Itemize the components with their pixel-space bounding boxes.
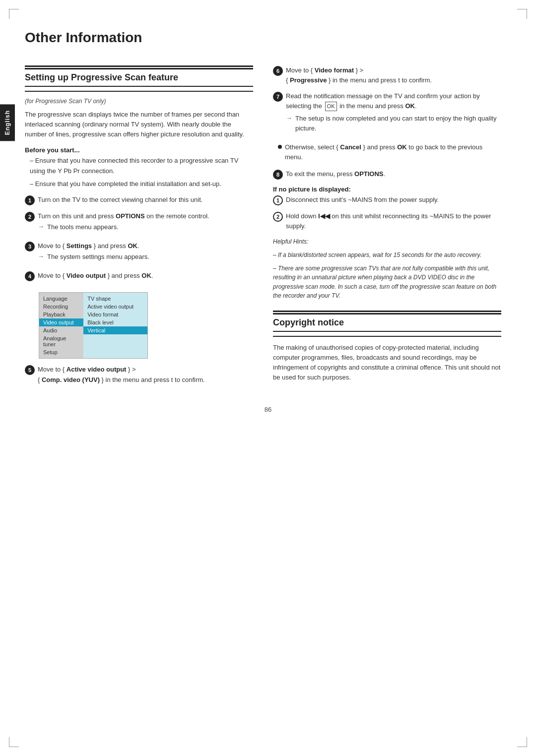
step-num-2: 2 <box>25 212 35 222</box>
step-7: 7 Read the notification message on the T… <box>273 91 501 136</box>
step-7-sub: → The setup is now completed and you can… <box>286 114 501 133</box>
copyright-text: The making of unauthorised copies of cop… <box>273 343 501 383</box>
menu-right-activevideooutput: Active video output <box>83 303 147 311</box>
step-num-6: 6 <box>273 66 283 76</box>
menu-item-setup: Setup <box>39 348 83 356</box>
hint-line-2: – There are some progressive scan TVs th… <box>273 264 501 301</box>
menu-item-playback: Playback <box>39 311 83 318</box>
page-title: Other Information <box>25 30 511 51</box>
no-pic-step-text-2: Hold down I◀◀ on this unit whilst reconn… <box>286 211 501 231</box>
step-2-sub-text: The tools menu appears. <box>47 222 119 232</box>
step-text-7: Read the notification message on the TV … <box>286 92 480 110</box>
copyright-section: Copyright notice The making of unauthori… <box>273 311 501 383</box>
no-pic-step-2: 2 Hold down I◀◀ on this unit whilst reco… <box>273 211 501 231</box>
corner-mark-tr <box>517 9 527 19</box>
arrow-icon-2: → <box>38 223 44 230</box>
if-no-picture-heading: If no picture is displayed: <box>273 186 501 193</box>
step-5: 5 Move to { Active video output } >{ Com… <box>25 365 253 384</box>
section-title-progressive: Setting up Progressive Scan feature <box>25 68 253 87</box>
before-dash1: – Ensure that you have connected this re… <box>25 156 253 176</box>
helpful-hints-section: Helpful Hints: – If a blank/distorted sc… <box>273 237 501 301</box>
if-no-picture-section: If no picture is displayed: 1 Disconnect… <box>273 186 501 231</box>
step-num-1: 1 <box>25 195 35 205</box>
before-dash2: – Ensure that you have completed the ini… <box>25 179 253 189</box>
main-content: Other Information Setting up Progressive… <box>25 20 511 413</box>
step-num-4: 4 <box>25 271 35 281</box>
menu-right-vertical: Vertical <box>83 326 147 334</box>
step-num-8: 8 <box>273 170 283 180</box>
step-text-6: Move to { Video format } >{ Progressive … <box>286 65 432 85</box>
copyright-bot-rule <box>273 336 501 337</box>
menu-item-audio: Audio <box>39 326 83 334</box>
menu-inner: Language Recording Playback Video output… <box>39 293 147 358</box>
right-column: 6 Move to { Video format } >{ Progressiv… <box>273 65 501 391</box>
step-7-sub-text: The setup is now completed and you can s… <box>295 114 501 133</box>
corner-mark-tl <box>9 9 19 19</box>
menu-screenshot: Language Recording Playback Video output… <box>39 292 148 359</box>
menu-item-recording: Recording <box>39 303 83 311</box>
step-6: 6 Move to { Video format } >{ Progressiv… <box>273 65 501 85</box>
section-sub: (for Progressive Scan TV only) <box>25 98 253 105</box>
ok-box: OK <box>325 102 337 111</box>
step-num-5: 5 <box>25 365 35 375</box>
menu-right-col: TV shape Active video output Video forma… <box>83 293 147 358</box>
corner-mark-br <box>517 737 527 747</box>
step-4: 4 Move to { Video output } and press OK. <box>25 271 253 281</box>
step-text-1: Turn on the TV to the correct viewing ch… <box>38 195 202 205</box>
step-text-8: To exit the menu, press OPTIONS. <box>286 169 385 179</box>
menu-item-analoguetuner: Analogue tuner <box>39 334 83 348</box>
bullet-dot <box>278 145 282 149</box>
step-text-2: Turn on this unit and press OPTIONS on t… <box>38 212 209 220</box>
step-3: 3 Move to { Settings } and press OK. → T… <box>25 241 253 265</box>
step-text-3: Move to { Settings } and press OK. <box>38 242 139 250</box>
step-text-5: Move to { Active video output } >{ Comp.… <box>38 365 205 384</box>
section-bot-rule <box>25 91 253 92</box>
hint-line-1: – If a blank/distorted screen appears, w… <box>273 251 501 260</box>
no-pic-step-text-1: Disconnect this unit's ~MAINS from the p… <box>286 195 439 205</box>
step-num-7: 7 <box>273 92 283 102</box>
step-3-sub: → The system settings menu appears. <box>38 252 149 262</box>
step-8: 8 To exit the menu, press OPTIONS. <box>273 169 501 180</box>
step-3-sub-text: The system settings menu appears. <box>47 252 149 262</box>
page-number: 86 <box>25 406 511 413</box>
menu-item-videooutput: Video output <box>39 318 83 326</box>
no-pic-step-num-1: 1 <box>273 195 283 205</box>
no-pic-step-1: 1 Disconnect this unit's ~MAINS from the… <box>273 195 501 205</box>
menu-left-col: Language Recording Playback Video output… <box>39 293 83 358</box>
step-2-sub: → The tools menu appears. <box>38 222 209 232</box>
page: English Other Information Setting up Pro… <box>0 0 536 756</box>
step-1: 1 Turn on the TV to the correct viewing … <box>25 195 253 205</box>
left-column: Setting up Progressive Scan feature (for… <box>25 65 253 391</box>
menu-right-blacklevel: Black level <box>83 318 147 326</box>
step-text-4: Move to { Video output } and press OK. <box>38 271 153 281</box>
menu-right-tvshape: TV shape <box>83 295 147 303</box>
two-column-layout: Setting up Progressive Scan feature (for… <box>25 65 511 391</box>
no-pic-step-num-2: 2 <box>273 212 283 222</box>
step-num-3: 3 <box>25 242 35 252</box>
before-heading: Before you start... <box>25 146 253 154</box>
copyright-title: Copyright notice <box>273 313 501 332</box>
copyright-top-rule <box>273 311 501 312</box>
side-tab: English <box>0 104 15 141</box>
section-top-rule <box>25 65 253 67</box>
arrow-icon-7: → <box>286 114 292 122</box>
hints-heading: Helpful Hints: <box>273 237 501 247</box>
bullet-cancel-text: Otherwise, select { Cancel } and press O… <box>285 142 501 162</box>
menu-item-language: Language <box>39 295 83 303</box>
bullet-cancel: Otherwise, select { Cancel } and press O… <box>278 142 501 162</box>
corner-mark-bl <box>9 737 19 747</box>
intro-text: The progressive scan displays twice the … <box>25 110 253 139</box>
menu-right-videoformat: Video format <box>83 311 147 318</box>
arrow-icon-3: → <box>38 252 44 260</box>
step-2: 2 Turn on this unit and press OPTIONS on… <box>25 211 253 235</box>
